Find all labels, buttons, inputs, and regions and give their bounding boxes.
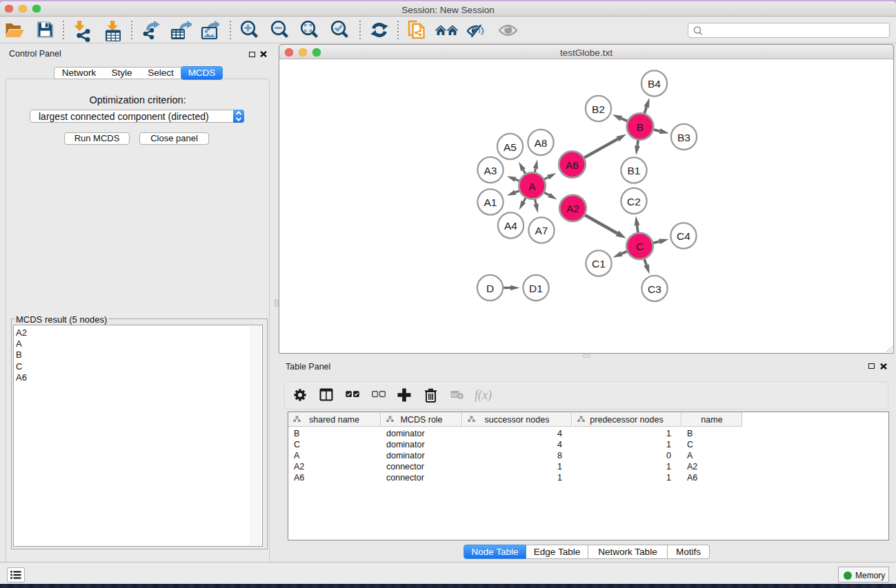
svg-text:C3: C3 (648, 283, 661, 294)
svg-text:C2: C2 (627, 195, 641, 207)
svg-text:C4: C4 (677, 230, 690, 242)
svg-text:A8: A8 (534, 136, 547, 148)
svg-text:B4: B4 (648, 78, 661, 90)
svg-text:A4: A4 (504, 220, 517, 232)
svg-text:A5: A5 (504, 141, 517, 152)
svg-text:A2: A2 (566, 203, 579, 214)
svg-text:B1: B1 (627, 165, 640, 176)
svg-text:A7: A7 (535, 225, 548, 236)
svg-text:B: B (636, 121, 643, 132)
svg-text:B2: B2 (592, 103, 605, 114)
svg-text:B3: B3 (677, 131, 690, 143)
svg-text:D: D (486, 282, 493, 294)
svg-text:A1: A1 (484, 196, 497, 208)
svg-text:A3: A3 (484, 164, 497, 176)
svg-text:A6: A6 (566, 159, 579, 170)
svg-text:C1: C1 (592, 258, 606, 270)
svg-text:D1: D1 (529, 282, 543, 294)
svg-text:C: C (635, 241, 643, 252)
svg-text:A: A (528, 180, 536, 192)
